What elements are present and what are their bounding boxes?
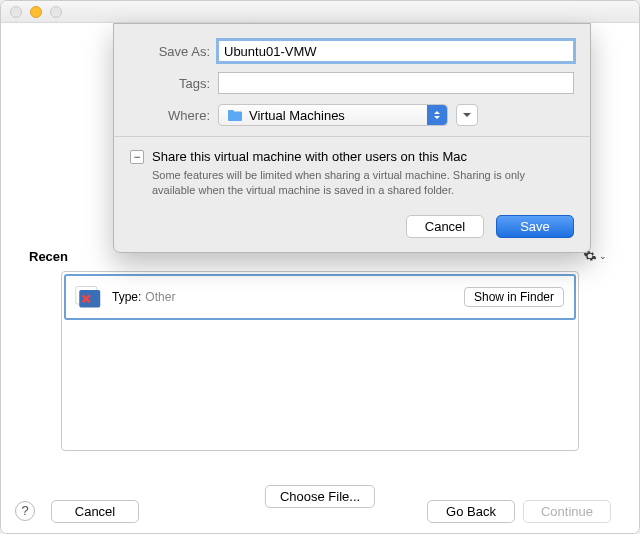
go-back-button[interactable]: Go Back [427, 500, 515, 523]
save-as-label: Save As: [130, 44, 218, 59]
save-as-input[interactable] [218, 40, 574, 62]
recent-items-heading: Recen [29, 249, 68, 264]
type-label: Type:Other [112, 290, 175, 304]
save-sheet: Save As: Tags: Where: Virtual Machines [113, 23, 591, 253]
recent-items-list: Type:Other Show in Finder [61, 271, 579, 451]
where-select[interactable]: Virtual Machines [218, 104, 448, 126]
help-button[interactable]: ? [15, 501, 35, 521]
choose-file-button[interactable]: Choose File... [265, 485, 375, 508]
show-in-finder-button[interactable]: Show in Finder [464, 287, 564, 307]
expand-browser-button[interactable] [456, 104, 478, 126]
folder-icon [227, 108, 243, 122]
chevron-down-icon: ⌄ [599, 251, 607, 261]
continue-button: Continue [523, 500, 611, 523]
tags-label: Tags: [130, 76, 218, 91]
share-title: Share this virtual machine with other us… [152, 149, 574, 164]
share-checkbox[interactable]: − [130, 150, 144, 164]
where-label: Where: [130, 108, 218, 123]
select-arrows-icon [427, 105, 447, 125]
where-value: Virtual Machines [249, 108, 345, 123]
svg-rect-1 [79, 290, 100, 308]
close-window-button[interactable] [10, 6, 22, 18]
share-description: Some features will be limited when shari… [152, 168, 574, 199]
maximize-window-button[interactable] [50, 6, 62, 18]
wizard-cancel-button[interactable]: Cancel [51, 500, 139, 523]
minimize-window-button[interactable] [30, 6, 42, 18]
titlebar [1, 1, 639, 23]
divider [114, 136, 590, 137]
list-item[interactable]: Type:Other Show in Finder [64, 274, 576, 320]
cancel-button[interactable]: Cancel [406, 215, 484, 238]
tags-input[interactable] [218, 72, 574, 94]
vmware-icon [74, 283, 102, 311]
window: Recen ⌄ Type:Other Show in Finde [0, 0, 640, 534]
save-button[interactable]: Save [496, 215, 574, 238]
